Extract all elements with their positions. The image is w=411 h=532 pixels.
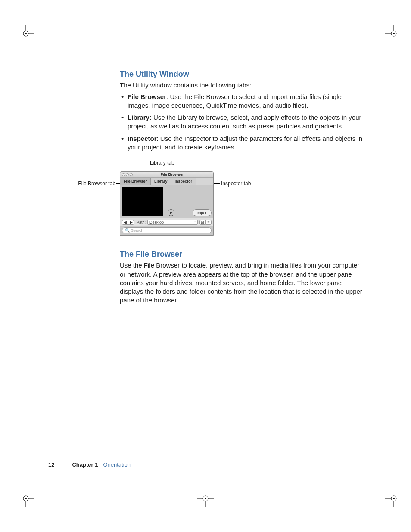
- callout-inspector-tab: Inspector tab: [221, 180, 251, 187]
- path-label: Path:: [137, 220, 146, 225]
- list-item: File Browser: Use the File Browser to se…: [120, 93, 365, 110]
- bullet-text: Use the Library to browse, select, and a…: [128, 114, 361, 130]
- crop-mark-icon: [17, 25, 34, 42]
- import-button[interactable]: Import: [193, 209, 212, 216]
- window-title: File Browser: [133, 172, 212, 177]
- svg-point-20: [205, 498, 206, 499]
- nav-forward-button[interactable]: ▶: [128, 220, 134, 225]
- tab-file-browser[interactable]: File Browser: [120, 178, 151, 185]
- preview-area: [122, 187, 163, 216]
- callout-line: [214, 183, 220, 184]
- view-list-button[interactable]: ≡: [206, 220, 212, 225]
- crop-mark-icon: [197, 490, 214, 507]
- svg-point-7: [393, 33, 395, 34]
- minimize-icon[interactable]: [126, 173, 129, 176]
- crop-mark-icon: [385, 25, 402, 42]
- list-item: Library: Use the Library to browse, sele…: [120, 113, 365, 131]
- crop-mark-icon: [385, 490, 402, 507]
- traffic-lights: [122, 173, 133, 176]
- svg-point-3: [25, 33, 27, 34]
- tab-library[interactable]: Library: [151, 178, 171, 185]
- tab-inspector[interactable]: Inspector: [171, 178, 196, 185]
- close-icon[interactable]: [122, 173, 125, 176]
- bullet-label: File Browser: [128, 93, 166, 100]
- utility-window-figure: Library tab File Browser tab Inspector t…: [77, 159, 322, 241]
- page-number: 12: [48, 461, 54, 468]
- svg-point-11: [25, 498, 27, 499]
- nav-back-button[interactable]: ◀: [122, 220, 128, 225]
- chapter-title: Orientation: [103, 461, 131, 468]
- filebrowser-window: File Browser File Browser Library Inspec…: [120, 171, 214, 236]
- footer-divider: [62, 459, 62, 470]
- bullet-label: Inspector: [128, 135, 157, 142]
- callout-filebrowser-tab: File Browser tab: [72, 180, 115, 187]
- utility-window-heading: The Utility Window: [120, 69, 365, 79]
- search-placeholder: Search: [131, 228, 143, 233]
- file-browser-body: Use the File Browser to locate, preview,…: [120, 261, 365, 305]
- search-icon: 🔍: [125, 228, 130, 233]
- tab-bar: File Browser Library Inspector: [120, 178, 213, 185]
- play-button[interactable]: [168, 209, 174, 216]
- crop-mark-icon: [17, 490, 34, 507]
- zoom-icon[interactable]: [130, 173, 133, 176]
- svg-point-15: [393, 498, 395, 499]
- chapter-label: Chapter 1: [72, 461, 98, 468]
- utility-bullet-list: File Browser: Use the File Browser to se…: [120, 93, 365, 152]
- callout-library-tab: Library tab: [150, 159, 174, 166]
- window-titlebar: File Browser: [120, 172, 213, 178]
- page-footer: 12 Chapter 1 Orientation: [48, 459, 367, 470]
- utility-intro: The Utility window contains the followin…: [120, 81, 365, 90]
- path-select[interactable]: Desktop: [147, 220, 198, 225]
- bullet-label: Library:: [128, 114, 152, 121]
- view-icon-button[interactable]: ⊞: [199, 220, 206, 225]
- file-browser-heading: The File Browser: [120, 249, 365, 259]
- bullet-text: Use the Inspector to adjust the paramete…: [128, 135, 362, 151]
- list-item: Inspector: Use the Inspector to adjust t…: [120, 134, 365, 152]
- search-field[interactable]: 🔍 Search: [122, 227, 212, 233]
